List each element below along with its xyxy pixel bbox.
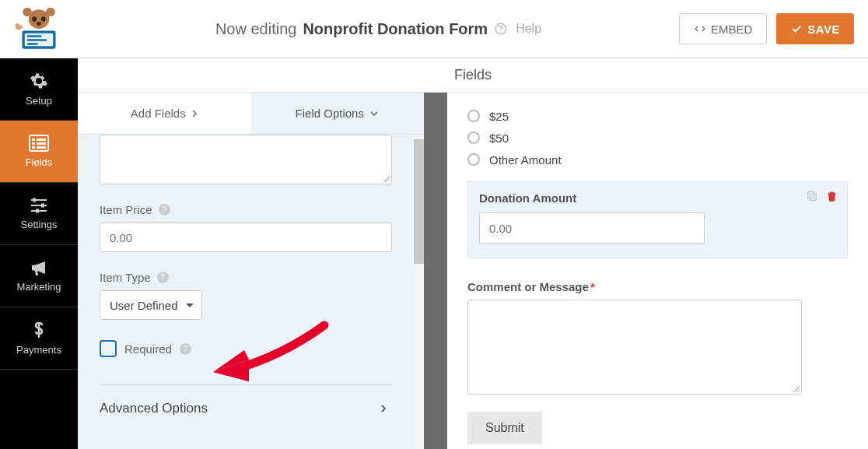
sidebar-nav: Setup Fields Settings Marketing Payments — [0, 58, 78, 449]
delete-icon[interactable] — [826, 190, 838, 205]
form-name: Nonprofit Donation Form — [303, 20, 488, 38]
item-type-label: Item Type ? — [100, 271, 392, 284]
editing-prefix: Now editing — [215, 20, 297, 38]
item-price-input[interactable] — [100, 223, 392, 252]
panel-gutter — [424, 93, 447, 449]
help-tooltip-icon[interactable]: ? — [157, 272, 169, 283]
svg-point-2 — [46, 8, 55, 17]
svg-rect-14 — [32, 139, 35, 141]
bullhorn-icon — [30, 259, 48, 276]
advanced-options-toggle[interactable]: Advanced Options — [100, 401, 392, 416]
donation-amount-input[interactable] — [479, 212, 705, 244]
submit-button[interactable]: Submit — [467, 412, 542, 444]
donation-amount-field[interactable]: Donation Amount — [467, 181, 848, 258]
svg-rect-18 — [32, 146, 35, 149]
svg-rect-17 — [37, 142, 46, 145]
amount-option[interactable]: $50 — [467, 127, 848, 149]
sliders-icon — [30, 197, 48, 214]
dollar-icon — [33, 321, 45, 339]
amount-option[interactable]: $25 — [467, 105, 848, 127]
svg-rect-19 — [37, 146, 46, 149]
chevron-down-icon — [369, 110, 380, 118]
radio-icon — [467, 153, 480, 166]
top-actions: EMBED SAVE — [679, 13, 854, 44]
top-bar: Now editing Nonprofit Donation Form Help… — [0, 0, 868, 58]
sidebar-item-settings[interactable]: Settings — [0, 183, 78, 245]
sidebar-item-setup[interactable]: Setup — [0, 58, 78, 121]
sidebar-item-payments[interactable]: Payments — [0, 307, 78, 370]
required-label: Required — [124, 342, 172, 356]
help-link[interactable]: Help — [516, 22, 541, 36]
comment-textarea[interactable] — [467, 300, 802, 395]
gear-icon — [30, 72, 48, 90]
radio-icon — [467, 132, 480, 144]
code-icon — [694, 23, 706, 35]
field-options-panel: Add Fields Field Options Item Price ? — [78, 93, 424, 449]
svg-point-3 — [32, 16, 37, 22]
divider — [100, 384, 392, 385]
amount-option[interactable]: Other Amount — [467, 149, 848, 170]
svg-rect-24 — [808, 192, 814, 198]
svg-rect-15 — [37, 139, 46, 141]
required-star: * — [590, 280, 595, 293]
svg-point-4 — [41, 16, 46, 22]
item-price-label: Item Price ? — [100, 203, 392, 216]
panel-title: Fields — [78, 58, 868, 93]
wpforms-logo-icon — [12, 6, 66, 51]
svg-rect-20 — [33, 198, 36, 202]
svg-rect-16 — [32, 142, 35, 145]
tab-field-options[interactable]: Field Options — [251, 93, 425, 134]
help-tooltip-icon[interactable]: ? — [180, 343, 191, 355]
item-type-select[interactable]: User Defined — [100, 290, 202, 320]
duplicate-icon[interactable] — [806, 190, 818, 205]
embed-button[interactable]: EMBED — [679, 13, 767, 44]
form-preview: $25 $50 Other Amount Donation Amount — [447, 93, 868, 449]
help-tooltip-icon[interactable]: ? — [159, 204, 170, 216]
description-textarea[interactable] — [100, 135, 392, 184]
header-title: Now editing Nonprofit Donation Form Help — [78, 20, 679, 38]
check-icon — [790, 23, 803, 35]
svg-rect-8 — [27, 35, 41, 37]
save-button[interactable]: SAVE — [776, 13, 854, 44]
donation-amount-label: Donation Amount — [479, 191, 836, 205]
scrollbar[interactable] — [414, 135, 424, 449]
svg-rect-10 — [27, 43, 37, 44]
svg-point-5 — [37, 22, 41, 26]
list-icon — [29, 135, 49, 152]
chevron-right-icon — [191, 108, 198, 119]
sidebar-item-fields[interactable]: Fields — [0, 121, 78, 183]
svg-rect-22 — [36, 209, 39, 213]
svg-point-1 — [23, 8, 32, 17]
svg-rect-21 — [41, 204, 44, 208]
svg-rect-9 — [27, 39, 47, 40]
comment-label: Comment or Message* — [467, 280, 848, 293]
brand-logo — [0, 0, 78, 58]
radio-icon — [467, 110, 480, 122]
required-checkbox[interactable] — [100, 340, 117, 357]
svg-point-12 — [501, 31, 502, 32]
tab-add-fields[interactable]: Add Fields — [78, 93, 251, 134]
help-icon — [494, 22, 508, 36]
sidebar-item-marketing[interactable]: Marketing — [0, 245, 78, 307]
chevron-right-icon — [380, 403, 387, 414]
svg-rect-23 — [810, 194, 816, 200]
